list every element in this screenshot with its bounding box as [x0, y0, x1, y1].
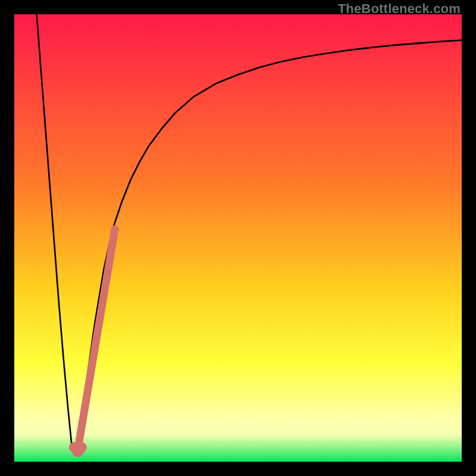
- bottleneck-chart: [14, 14, 462, 462]
- gradient-background: [14, 14, 462, 462]
- outer-frame: TheBottleneck.com: [0, 0, 476, 476]
- plot-area: [14, 14, 462, 462]
- svg-point-2: [72, 445, 84, 457]
- watermark-text: TheBottleneck.com: [338, 1, 461, 17]
